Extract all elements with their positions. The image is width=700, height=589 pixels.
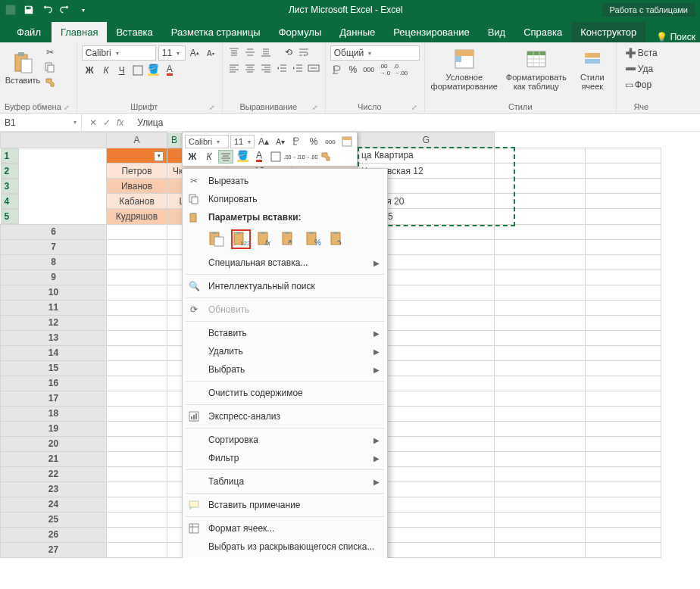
row-header[interactable]: 9	[1, 270, 107, 285]
cell[interactable]	[586, 239, 661, 254]
delete-cells[interactable]: ➖Уда	[621, 61, 661, 76]
cell[interactable]	[495, 466, 586, 481]
cell[interactable]	[586, 164, 661, 179]
cell[interactable]	[586, 179, 661, 194]
mini-percent-icon[interactable]: %	[306, 135, 321, 148]
cell[interactable]	[586, 527, 661, 542]
cell[interactable]	[495, 421, 586, 436]
cell[interactable]	[586, 406, 661, 421]
row-header[interactable]: 16	[1, 376, 107, 391]
row-header[interactable]: 20	[1, 436, 107, 451]
tab-review[interactable]: Рецензирование	[384, 22, 478, 42]
row-header[interactable]: 8	[1, 254, 107, 270]
cell[interactable]	[586, 436, 661, 451]
row-header[interactable]: 17	[1, 391, 107, 406]
cut-icon[interactable]: ✂	[43, 45, 57, 59]
number-format[interactable]: Общий▾	[330, 45, 420, 61]
mini-cond-format-icon[interactable]	[339, 135, 355, 148]
number-launcher-icon[interactable]: ⤢	[409, 104, 420, 111]
cell[interactable]	[586, 512, 661, 527]
cell[interactable]	[586, 270, 661, 285]
tab-insert[interactable]: Вставка	[107, 22, 161, 42]
accounting-icon[interactable]	[330, 63, 344, 76]
cell[interactable]	[586, 451, 661, 466]
row-header[interactable]: 13	[1, 330, 107, 345]
ctx-table[interactable]: Таблица▶	[183, 472, 387, 491]
paste-formulas-icon[interactable]: fx	[255, 229, 275, 249]
row-header[interactable]: 14	[1, 345, 107, 360]
fill-color-icon[interactable]: 🪣	[147, 64, 161, 77]
tab-help[interactable]: Справка	[514, 22, 571, 42]
save-icon[interactable]	[23, 4, 35, 16]
conditional-formatting[interactable]: Условное форматирование	[430, 45, 499, 92]
cell[interactable]	[107, 376, 167, 391]
row-header[interactable]: 21	[1, 451, 107, 466]
row-header[interactable]: 15	[1, 360, 107, 376]
tab-layout[interactable]: Разметка страницы	[162, 22, 270, 42]
mini-increase-decimal-icon[interactable]: .00→.0	[285, 150, 300, 164]
cell[interactable]	[495, 224, 586, 239]
paste-button[interactable]: Вставить	[5, 48, 41, 86]
ctx-clear[interactable]: Очистить содержимое	[183, 384, 387, 402]
font-launcher-icon[interactable]: ⤢	[207, 104, 217, 111]
cell[interactable]	[586, 300, 661, 315]
ctx-quick-analysis[interactable]: Экспресс-анализ	[183, 407, 387, 425]
align-center-icon[interactable]	[243, 61, 257, 75]
paste-link-icon[interactable]	[328, 229, 348, 249]
mini-increase-font-icon[interactable]: A▴	[256, 135, 271, 148]
font-size[interactable]: 11▾	[158, 45, 186, 61]
row-header[interactable]: 1	[1, 148, 19, 164]
cell[interactable]	[107, 239, 167, 254]
format-painter-icon[interactable]	[43, 76, 57, 89]
row-header[interactable]: 25	[1, 512, 107, 527]
cell[interactable]	[495, 209, 586, 225]
cell[interactable]	[495, 148, 586, 164]
cell[interactable]	[495, 179, 586, 194]
cell[interactable]	[586, 148, 661, 164]
cell[interactable]	[495, 285, 586, 300]
cell[interactable]	[495, 406, 586, 421]
decrease-decimal-icon[interactable]: .0→.00	[394, 63, 408, 76]
mini-font-size[interactable]: 11▾	[230, 135, 255, 148]
merge-icon[interactable]	[307, 61, 320, 75]
cell[interactable]	[107, 270, 167, 285]
formula-input[interactable]: Улица	[131, 117, 700, 128]
mini-align-center-icon[interactable]	[218, 150, 233, 164]
cancel-icon[interactable]: ✕	[89, 117, 97, 128]
mini-italic-button[interactable]: К	[202, 150, 217, 164]
cell[interactable]	[586, 391, 661, 406]
row-header[interactable]: 7	[1, 239, 107, 254]
mini-format-painter-icon[interactable]	[318, 150, 333, 164]
cell[interactable]	[495, 497, 586, 512]
cell[interactable]	[495, 254, 586, 270]
cell[interactable]	[495, 481, 586, 497]
row-header[interactable]: 23	[1, 481, 107, 497]
cell[interactable]	[495, 542, 586, 557]
cell[interactable]	[495, 391, 586, 406]
cell[interactable]	[586, 345, 661, 360]
cell[interactable]	[586, 421, 661, 436]
cell[interactable]: ▾	[107, 148, 167, 164]
cell[interactable]: Иванов	[107, 179, 167, 194]
percent-icon[interactable]: %	[346, 63, 360, 76]
ctx-smart-lookup[interactable]: 🔍Интеллектуальный поиск	[183, 277, 387, 295]
col-header[interactable]: G	[358, 132, 495, 148]
row-header[interactable]: 6	[1, 224, 107, 239]
cell[interactable]	[495, 164, 586, 179]
mini-font-color-icon[interactable]: A	[252, 150, 267, 164]
tab-home[interactable]: Главная	[52, 22, 107, 42]
mini-fill-color-icon[interactable]: 🪣	[235, 150, 250, 164]
ctx-paste-options[interactable]: Параметры вставки:	[183, 208, 387, 226]
fx-icon[interactable]: fx	[117, 117, 123, 128]
align-top-icon[interactable]	[227, 45, 241, 59]
cell[interactable]: ца Квартира	[358, 148, 495, 164]
cell[interactable]	[107, 406, 167, 421]
enter-icon[interactable]: ✓	[103, 117, 111, 128]
cell[interactable]	[107, 285, 167, 300]
ctx-copy[interactable]: Копировать	[183, 190, 387, 208]
cell[interactable]	[495, 239, 586, 254]
cell[interactable]	[107, 360, 167, 376]
ctx-insert[interactable]: Вставить▶	[183, 324, 387, 342]
cell[interactable]: Кудряшов	[107, 209, 167, 225]
row-header[interactable]: 2	[1, 164, 19, 179]
